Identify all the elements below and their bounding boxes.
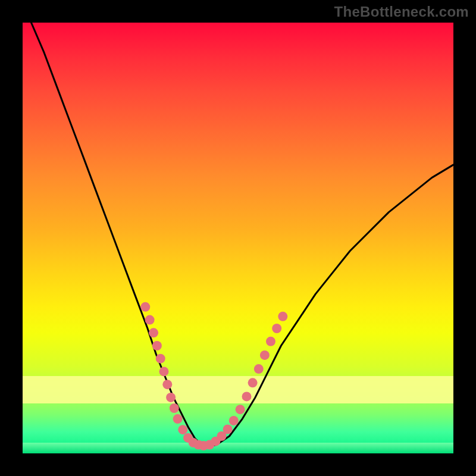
plot-area xyxy=(23,23,453,453)
chart-svg xyxy=(23,23,453,453)
bottleneck-curve-path xyxy=(32,23,454,446)
data-point xyxy=(278,312,287,321)
data-point xyxy=(140,302,150,312)
data-point xyxy=(223,425,233,434)
chart-frame: TheBottleneck.com xyxy=(0,0,476,476)
data-point xyxy=(145,315,155,325)
data-point xyxy=(254,364,264,374)
data-point xyxy=(260,350,270,360)
data-point xyxy=(236,405,245,414)
data-point xyxy=(229,416,239,425)
data-point xyxy=(152,341,162,350)
data-point xyxy=(266,337,275,346)
data-point xyxy=(159,367,169,376)
data-point xyxy=(178,425,187,434)
data-point xyxy=(272,324,281,333)
data-point xyxy=(170,403,179,413)
data-point xyxy=(156,354,165,364)
data-point xyxy=(248,378,258,387)
watermark-text: TheBottleneck.com xyxy=(334,4,469,20)
data-point xyxy=(166,393,176,402)
data-point xyxy=(173,414,183,424)
data-point xyxy=(149,328,158,337)
data-point xyxy=(162,380,172,389)
bottleneck-curve xyxy=(32,23,454,446)
data-point xyxy=(242,392,252,401)
